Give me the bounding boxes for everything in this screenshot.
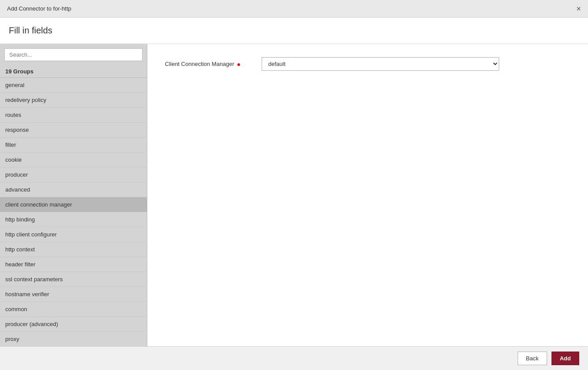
sidebar-item-routes[interactable]: routes [0,108,147,123]
sidebar-item-http-context[interactable]: http context [0,242,147,257]
sidebar-item-producer[interactable]: producer [0,167,147,182]
sidebar-item-common[interactable]: common [0,302,147,317]
search-box [4,48,142,61]
sidebar-item-general[interactable]: general [0,78,147,93]
page-title: Fill in fields [0,18,588,44]
sidebar-item-response[interactable]: response [0,123,147,138]
main-content: Client Connection Manager ● default [147,44,588,346]
modal-container: Add Connector to for-http × Fill in fiel… [0,0,588,370]
back-button[interactable]: Back [518,352,547,365]
field-label-text: Client Connection Manager [165,61,234,67]
search-input[interactable] [4,48,142,61]
modal-body: 19 Groups general redelivery policy rout… [0,44,588,346]
sidebar-item-redelivery-policy[interactable]: redelivery policy [0,93,147,108]
sidebar-item-cookie[interactable]: cookie [0,152,147,167]
modal-title: Add Connector to for-http [7,5,71,12]
field-row-client-connection-manager: Client Connection Manager ● default [165,57,570,71]
sidebar-item-advanced[interactable]: advanced [0,182,147,197]
sidebar-item-hostname-verifier[interactable]: hostname verifier [0,287,147,302]
sidebar-item-proxy[interactable]: proxy [0,332,147,346]
sidebar-item-producer-advanced[interactable]: producer (advanced) [0,317,147,332]
sidebar-item-header-filter[interactable]: header filter [0,257,147,272]
sidebar-item-ssl-context-parameters[interactable]: ssl context parameters [0,272,147,287]
groups-count: 19 Groups [0,65,147,78]
client-connection-manager-select[interactable]: default [262,57,499,71]
nav-list: general redelivery policy routes respons… [0,78,147,346]
field-label: Client Connection Manager ● [165,61,262,68]
sidebar: 19 Groups general redelivery policy rout… [0,44,147,346]
sidebar-item-http-client-configurer[interactable]: http client configurer [0,227,147,242]
close-button[interactable]: × [576,5,581,13]
sidebar-item-http-binding[interactable]: http binding [0,212,147,227]
add-button[interactable]: Add [551,352,579,365]
sidebar-item-filter[interactable]: filter [0,138,147,152]
sidebar-item-client-connection-manager[interactable]: client connection manager [0,197,147,212]
modal-footer: Back Add [0,346,588,370]
modal-header: Add Connector to for-http × [0,0,588,18]
required-icon: ● [237,61,241,68]
